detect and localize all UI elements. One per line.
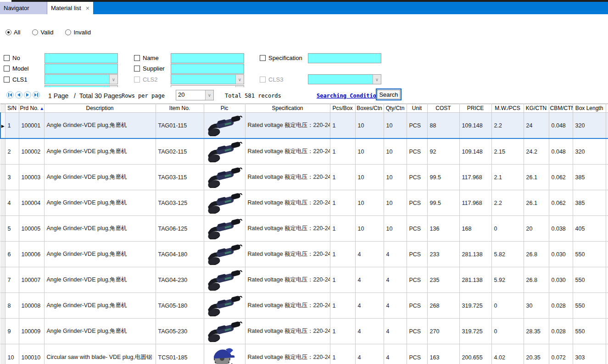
chevron-down-icon[interactable]: ∨ — [235, 75, 244, 84]
cell-price: 319.725 — [459, 293, 491, 319]
column-header-b[interactable]: B — [606, 104, 608, 113]
cell-sn: 7 — [5, 267, 19, 293]
row-selector-cell[interactable] — [0, 190, 5, 216]
filter-cls3-select[interactable]: ∨ — [308, 74, 381, 84]
table-row[interactable]: 5100005Angle Grinder-VDE plug,角磨机TAG06-1… — [0, 216, 608, 242]
angle-grinder-image — [205, 165, 244, 188]
column-header-box_length[interactable]: Box Length — [573, 104, 606, 113]
chevron-down-icon[interactable]: ∨ — [109, 75, 117, 84]
table-row[interactable]: ▶1100001Angle Grinder-VDE plug,角磨机TAG01-… — [0, 113, 608, 139]
search-button[interactable]: Search — [376, 88, 402, 100]
cell-boxes_ctn: 4 — [355, 344, 384, 364]
radio-valid[interactable]: Valid — [32, 29, 53, 36]
column-header-pcs_box[interactable]: Pcs/Box — [330, 104, 355, 113]
column-header-sn[interactable]: S/N — [5, 104, 19, 113]
column-header-cost[interactable]: COST — [427, 104, 459, 113]
cell-box_length: 550 — [573, 267, 606, 293]
filter-specification-input[interactable] — [308, 53, 381, 63]
column-header-qty_ctn[interactable]: Qty/Ctn — [384, 104, 407, 113]
filter-name-checkbox[interactable]: Name — [134, 55, 159, 61]
previous-page-button[interactable] — [15, 91, 22, 99]
tab-material-list[interactable]: Material list × — [47, 2, 93, 14]
cell-b: 1 — [606, 165, 608, 190]
row-selector-cell[interactable] — [0, 267, 5, 293]
cell-item_no: TAG03-125 — [156, 190, 204, 216]
cell-unit: PCS — [407, 216, 427, 242]
column-header-description[interactable]: Description — [44, 104, 156, 113]
previous-page-icon — [17, 93, 21, 97]
cell-mw_pcs: 4.02 — [491, 344, 524, 364]
last-page-button[interactable] — [33, 91, 40, 99]
cell-qty_ctn: 10 — [384, 190, 407, 216]
cell-sn: 9 — [5, 319, 19, 344]
cell-box_length: 405 — [573, 216, 606, 242]
next-page-button[interactable] — [24, 91, 31, 99]
filter-cls1-select[interactable]: ∨ — [45, 74, 118, 84]
first-page-icon — [8, 93, 12, 97]
filter-model-checkbox[interactable]: Model — [4, 65, 28, 72]
radio-invalid[interactable]: Invalid — [65, 29, 91, 36]
cell-sn: 4 — [5, 190, 19, 216]
filter-cls1-checkbox[interactable]: CLS1 — [4, 76, 28, 83]
cell-item_no: TAG05-230 — [156, 319, 204, 344]
table-row[interactable]: 7100007Angle Grinder-VDE plug,角磨机TAG04-2… — [0, 267, 608, 293]
filter-no-checkbox[interactable]: No — [4, 55, 20, 61]
cell-kg_ctn: 26.1 — [524, 165, 549, 190]
column-header-item_no[interactable]: Item No. — [156, 104, 204, 113]
cell-unit: PCS — [407, 242, 427, 267]
cell-item_no: TAG06-125 — [156, 216, 204, 242]
cell-pic — [204, 216, 245, 242]
row-selector-cell[interactable] — [0, 319, 5, 344]
filter-specification-checkbox[interactable]: Specification — [260, 55, 302, 61]
cell-pcs_box: 1 — [330, 216, 355, 242]
column-header-pic[interactable]: Pic — [204, 104, 245, 113]
row-selector-cell[interactable] — [0, 344, 5, 364]
column-header-unit[interactable]: Unit — [407, 104, 427, 113]
table-row[interactable]: 9100009Angle Grinder-VDE plug,角磨机TAG05-2… — [0, 319, 608, 344]
row-selector-cell[interactable] — [0, 138, 5, 165]
cell-prd_no: 100002 — [19, 138, 44, 165]
table-row[interactable]: 8100008Angle Grinder-VDE plug,角磨机TAG05-1… — [0, 293, 608, 319]
column-header-boxes_ctn[interactable]: Boxes/Ctn — [355, 104, 384, 113]
cell-description: Angle Grinder-VDE plug,角磨机 — [44, 267, 156, 293]
chevron-down-icon[interactable]: ∨ — [205, 90, 213, 100]
row-selector-cell[interactable] — [0, 293, 5, 319]
column-header-prd_no[interactable]: Prd No.▲ — [19, 104, 44, 113]
searching-condition-link[interactable]: Searching Condition — [317, 93, 379, 99]
first-page-button[interactable] — [6, 91, 14, 99]
table-row[interactable]: 10100010Circular saw with blade- VDE plu… — [0, 344, 608, 364]
table-row[interactable]: 2100002Angle Grinder-VDE plug,角磨机TAG02-1… — [0, 138, 608, 165]
grid-header-row: S/NPrd No.▲DescriptionItem No.PicSpecifi… — [0, 104, 608, 113]
row-selector-cell[interactable]: ▶ — [0, 113, 5, 139]
row-selector-cell[interactable] — [0, 165, 5, 190]
filter-no-input[interactable] — [45, 53, 118, 63]
filter-name-input[interactable] — [171, 53, 244, 63]
table-row[interactable]: 3100003Angle Grinder-VDE plug,角磨机TAG03-1… — [0, 165, 608, 190]
cell-pcs_box: 1 — [330, 267, 355, 293]
row-selector-cell[interactable] — [0, 242, 5, 267]
filter-model-input[interactable] — [45, 64, 118, 74]
cell-boxes_ctn: 4 — [355, 319, 384, 344]
row-selector-cell[interactable] — [0, 216, 5, 242]
app-window: Navigator Material list × All Valid Inva… — [0, 0, 608, 364]
cell-cost: 233 — [427, 242, 459, 267]
filter-no-label: No — [12, 55, 20, 61]
table-row[interactable]: 6100006Angle Grinder-VDE plug,角磨机TAG04-1… — [0, 242, 608, 267]
rows-per-page-select[interactable]: 20 ∨ — [176, 90, 214, 100]
tab-navigator[interactable]: Navigator — [0, 2, 47, 14]
column-header-cbm_ctn[interactable]: CBM/CTN — [549, 104, 573, 113]
cell-cbm_ctn: 0.072 — [549, 344, 573, 364]
chevron-down-icon[interactable]: ∨ — [373, 75, 381, 84]
filter-cls2-select[interactable]: ∨ — [171, 74, 244, 84]
cell-description: Angle Grinder-VDE plug,角磨机 — [44, 319, 156, 344]
radio-all[interactable]: All — [6, 29, 20, 36]
column-header-mw_pcs[interactable]: M.W./PCS — [491, 104, 524, 113]
column-header-kg_ctn[interactable]: KG/CTN — [524, 104, 549, 113]
filter-supplier-checkbox[interactable]: Supplier — [134, 65, 165, 72]
column-header-price[interactable]: PRICE — [459, 104, 491, 113]
filter-supplier-input[interactable] — [171, 64, 244, 74]
column-header-specification[interactable]: Specification — [245, 104, 330, 113]
table-row[interactable]: 4100004Angle Grinder-VDE plug,角磨机TAG03-1… — [0, 190, 608, 216]
close-icon[interactable]: × — [86, 5, 89, 12]
cell-kg_ctn: 28.35 — [524, 319, 549, 344]
